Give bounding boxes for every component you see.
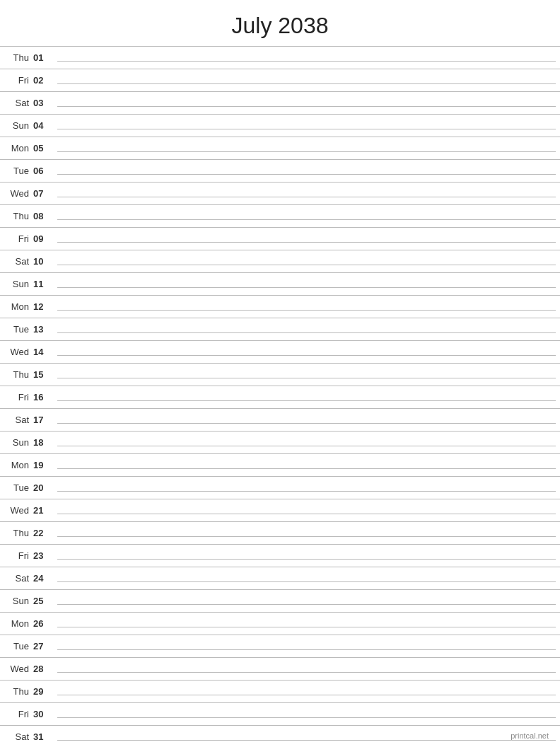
day-label: Tue xyxy=(0,635,32,658)
day-label: Sat xyxy=(0,409,32,432)
calendar-row: Fri30 xyxy=(0,703,560,726)
date-number: 23 xyxy=(32,545,53,567)
event-line xyxy=(53,567,560,590)
event-line xyxy=(53,364,560,386)
day-label: Sun xyxy=(0,115,32,137)
event-line xyxy=(53,183,560,205)
date-number: 24 xyxy=(32,567,53,590)
calendar-row: Sun25 xyxy=(0,590,560,613)
date-number: 28 xyxy=(32,658,53,681)
event-line xyxy=(53,160,560,183)
event-line xyxy=(53,409,560,432)
day-label: Thu xyxy=(0,522,32,545)
event-line xyxy=(53,658,560,681)
event-line xyxy=(53,69,560,92)
calendar-row: Sat17 xyxy=(0,409,560,432)
day-label: Wed xyxy=(0,499,32,522)
calendar-row: Wed07 xyxy=(0,183,560,205)
calendar-row: Tue06 xyxy=(0,160,560,183)
calendar-row: Tue20 xyxy=(0,477,560,499)
date-number: 31 xyxy=(32,726,53,748)
day-label: Tue xyxy=(0,477,32,499)
day-label: Sun xyxy=(0,590,32,613)
event-line xyxy=(53,250,560,273)
footer-label: printcal.net xyxy=(511,731,549,740)
calendar-row: Sat31 xyxy=(0,726,560,748)
date-number: 21 xyxy=(32,499,53,522)
date-number: 18 xyxy=(32,432,53,454)
date-number: 12 xyxy=(32,296,53,318)
date-number: 08 xyxy=(32,205,53,228)
calendar-row: Mon12 xyxy=(0,296,560,318)
date-number: 11 xyxy=(32,273,53,296)
event-line xyxy=(53,115,560,137)
day-label: Sun xyxy=(0,273,32,296)
day-label: Sat xyxy=(0,726,32,748)
date-number: 03 xyxy=(32,92,53,115)
event-line xyxy=(53,432,560,454)
day-label: Sat xyxy=(0,250,32,273)
day-label: Thu xyxy=(0,364,32,386)
event-line xyxy=(53,703,560,726)
date-number: 14 xyxy=(32,341,53,364)
event-line xyxy=(53,681,560,703)
calendar-row: Fri16 xyxy=(0,386,560,409)
event-line xyxy=(53,499,560,522)
event-line xyxy=(53,92,560,115)
date-number: 15 xyxy=(32,364,53,386)
date-number: 05 xyxy=(32,137,53,160)
event-line xyxy=(53,522,560,545)
day-label: Fri xyxy=(0,545,32,567)
event-line xyxy=(53,726,560,748)
day-label: Wed xyxy=(0,658,32,681)
calendar-row: Thu29 xyxy=(0,681,560,703)
page-title: July 2038 xyxy=(0,0,560,46)
calendar-row: Wed28 xyxy=(0,658,560,681)
date-number: 26 xyxy=(32,613,53,635)
date-number: 02 xyxy=(32,69,53,92)
calendar-row: Wed21 xyxy=(0,499,560,522)
day-label: Mon xyxy=(0,613,32,635)
calendar-row: Fri09 xyxy=(0,228,560,250)
calendar-row: Thu08 xyxy=(0,205,560,228)
day-label: Thu xyxy=(0,205,32,228)
event-line xyxy=(53,635,560,658)
calendar-row: Mon19 xyxy=(0,454,560,477)
event-line xyxy=(53,590,560,613)
date-number: 27 xyxy=(32,635,53,658)
date-number: 07 xyxy=(32,183,53,205)
event-line xyxy=(53,296,560,318)
day-label: Fri xyxy=(0,228,32,250)
day-label: Tue xyxy=(0,160,32,183)
calendar-row: Thu22 xyxy=(0,522,560,545)
calendar-row: Sat03 xyxy=(0,92,560,115)
date-number: 09 xyxy=(32,228,53,250)
day-label: Mon xyxy=(0,137,32,160)
date-number: 16 xyxy=(32,386,53,409)
day-label: Thu xyxy=(0,681,32,703)
calendar-row: Tue13 xyxy=(0,318,560,341)
day-label: Sat xyxy=(0,567,32,590)
calendar-row: Tue27 xyxy=(0,635,560,658)
date-number: 19 xyxy=(32,454,53,477)
date-number: 30 xyxy=(32,703,53,726)
event-line xyxy=(53,454,560,477)
day-label: Mon xyxy=(0,296,32,318)
date-number: 13 xyxy=(32,318,53,341)
event-line xyxy=(53,228,560,250)
date-number: 04 xyxy=(32,115,53,137)
calendar-row: Sat10 xyxy=(0,250,560,273)
calendar-row: Fri23 xyxy=(0,545,560,567)
calendar-row: Wed14 xyxy=(0,341,560,364)
date-number: 22 xyxy=(32,522,53,545)
calendar-row: Mon26 xyxy=(0,613,560,635)
day-label: Sun xyxy=(0,432,32,454)
day-label: Thu xyxy=(0,47,32,69)
day-label: Mon xyxy=(0,454,32,477)
day-label: Sat xyxy=(0,92,32,115)
date-number: 20 xyxy=(32,477,53,499)
day-label: Fri xyxy=(0,703,32,726)
date-number: 01 xyxy=(32,47,53,69)
calendar-row: Thu15 xyxy=(0,364,560,386)
calendar-table: Thu01Fri02Sat03Sun04Mon05Tue06Wed07Thu08… xyxy=(0,46,560,747)
